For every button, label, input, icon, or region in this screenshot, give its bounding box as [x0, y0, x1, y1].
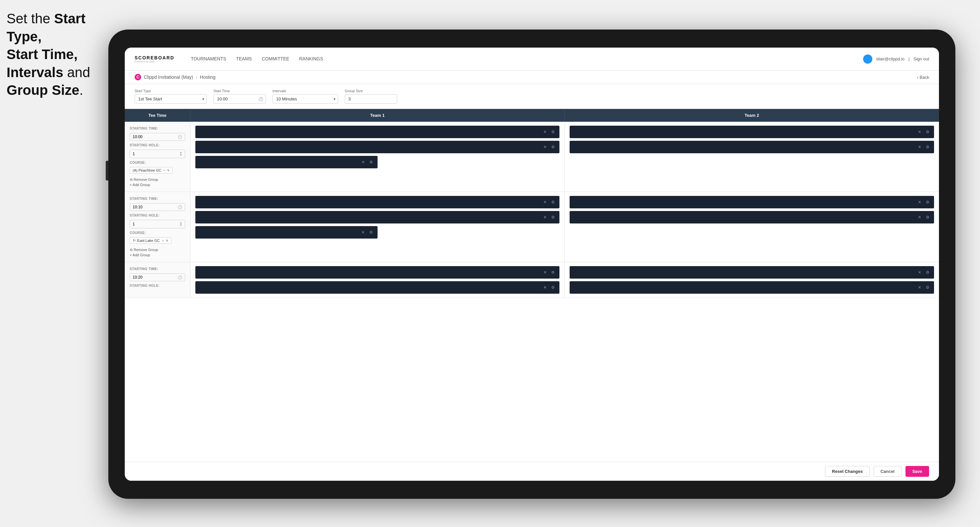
player-edit-btn-3-1[interactable]: ⚙ — [550, 199, 556, 205]
intervals-select[interactable]: 10 Minutes — [272, 94, 338, 104]
player-x-btn-1-1[interactable]: ✕ — [542, 129, 548, 135]
nav-committee[interactable]: COMMITTEE — [262, 54, 289, 63]
player-edit-btn-4-1[interactable]: ⚙ — [924, 199, 931, 205]
save-button[interactable]: Save — [905, 466, 929, 477]
time-icon-1: 🕐 — [178, 135, 182, 139]
course-remove-btn-2[interactable]: ✕ — [162, 239, 164, 243]
player-x-btn-3-1[interactable]: ✕ — [542, 199, 548, 205]
sign-out-link[interactable]: Sign out — [913, 56, 929, 61]
player-x-btn-4-2[interactable]: ✕ — [916, 214, 923, 220]
remove-group-btn-1[interactable]: ⊖ Remove Group — [130, 178, 185, 182]
player-row-5-1: ✕ ⚙ — [195, 266, 560, 279]
start-type-select[interactable]: 1st Tee Start — [135, 94, 207, 104]
header-team1: Team 1 — [191, 109, 565, 122]
nav-rankings[interactable]: RANKINGS — [299, 54, 323, 63]
clock-icon: 🕐 — [258, 97, 263, 102]
time-icon-3: 🕐 — [178, 275, 182, 279]
player-edit-btn-5-1[interactable]: ⚙ — [550, 270, 556, 275]
breadcrumb-tournament[interactable]: Clippd Invitational (May) — [144, 75, 193, 80]
player-controls-6-2: ✕ ⚙ — [916, 284, 931, 290]
course-tag-1[interactable]: (A) Peachtree GC ✕ ✎ — [130, 167, 173, 174]
player-x-btn-1-3[interactable]: ✕ — [360, 159, 366, 165]
player-edit-btn-2-2[interactable]: ⚙ — [924, 144, 931, 150]
player-x-btn-5-2[interactable]: ✕ — [542, 284, 548, 290]
player-x-btn-6-2[interactable]: ✕ — [916, 284, 923, 290]
starting-hole-field-1[interactable]: 1 ▲▼ — [130, 150, 185, 158]
player-edit-btn-6-1[interactable]: ⚙ — [924, 270, 931, 275]
nav-teams[interactable]: TEAMS — [236, 54, 252, 63]
player-edit-btn-2-1[interactable]: ⚙ — [924, 129, 931, 135]
course-edit-btn-1[interactable]: ✎ — [167, 169, 170, 172]
breadcrumb-separator: › — [196, 75, 197, 80]
course-edit-btn-2[interactable]: ✎ — [166, 239, 169, 243]
player-x-btn-1-2[interactable]: ✕ — [542, 144, 548, 150]
start-time-wrapper: 🕐 — [213, 94, 266, 104]
user-avatar — [863, 54, 872, 63]
course-remove-btn-1[interactable]: ✕ — [163, 169, 165, 172]
player-edit-btn-5-2[interactable]: ⚙ — [550, 284, 556, 290]
player-controls-1-3: ✕ ⚙ — [360, 159, 374, 165]
back-button[interactable]: ‹ Back — [917, 75, 929, 80]
team2-cell-2: ✕ ⚙ ✕ ⚙ — [565, 192, 939, 262]
annotation-line1: Set the Start Type, — [6, 11, 85, 44]
main-content: STARTING TIME: 10:00 🕐 STARTING HOLE: 1 … — [125, 122, 939, 462]
add-group-btn-2[interactable]: + Add Group — [130, 253, 185, 257]
table-header: Tee Time Team 1 Team 2 — [125, 109, 939, 122]
player-x-btn-5-1[interactable]: ✕ — [542, 270, 548, 275]
group-size-input[interactable] — [345, 94, 397, 104]
action-links-1: ⊖ Remove Group + Add Group — [130, 178, 185, 187]
player-x-btn-3-3[interactable]: ✕ — [360, 229, 366, 235]
cancel-button[interactable]: Cancel — [873, 466, 902, 477]
starting-time-field-3[interactable]: 10:20 🕐 — [130, 273, 185, 281]
player-controls-3-2: ✕ ⚙ — [542, 214, 556, 220]
time-icon-2: 🕐 — [178, 205, 182, 210]
player-x-btn-6-1[interactable]: ✕ — [916, 270, 923, 275]
course-field-2: 🏳 East Lake GC ✕ ✎ — [130, 237, 185, 244]
team2-cell-1: ✕ ⚙ ✕ ⚙ — [565, 122, 939, 192]
starting-time-label-2: STARTING TIME: — [130, 197, 185, 200]
player-x-btn-2-2[interactable]: ✕ — [916, 144, 923, 150]
player-x-btn-2-1[interactable]: ✕ — [916, 129, 923, 135]
starting-time-field-1[interactable]: 10:00 🕐 — [130, 133, 185, 141]
start-type-group: Start Type 1st Tee Start — [135, 89, 207, 104]
add-group-btn-1[interactable]: + Add Group — [130, 183, 185, 187]
annotation-bold4: Group Size — [6, 83, 80, 98]
player-x-btn-4-1[interactable]: ✕ — [916, 199, 923, 205]
header-team2: Team 2 — [565, 109, 939, 122]
annotation-bold1: Start Type, — [6, 11, 85, 44]
starting-time-field-2[interactable]: 10:10 🕐 — [130, 203, 185, 211]
remove-group-btn-2[interactable]: ⊖ Remove Group — [130, 248, 185, 252]
starting-time-label-3: STARTING TIME: — [130, 267, 185, 271]
starting-time-value-wrapper-3: 10:20 🕐 — [130, 273, 185, 281]
nav-tournaments[interactable]: TOURNAMENTS — [191, 54, 226, 63]
hole-stepper-2[interactable]: ▲▼ — [180, 222, 182, 227]
player-row-3-3: ✕ ⚙ — [195, 226, 377, 238]
logo-text: SCOREBOARD — [135, 55, 174, 60]
starting-time-label-1: STARTING TIME: — [130, 127, 185, 130]
starting-hole-field-2[interactable]: 1 ▲▼ — [130, 220, 185, 229]
reset-changes-button[interactable]: Reset Changes — [825, 466, 870, 477]
player-edit-btn-1-3[interactable]: ⚙ — [368, 159, 374, 165]
player-row-2-2: ✕ ⚙ — [570, 141, 934, 153]
player-x-btn-3-2[interactable]: ✕ — [542, 214, 548, 220]
annotation-bold2: Start Time, — [6, 47, 78, 62]
player-row-3-1: ✕ ⚙ — [195, 196, 560, 208]
settings-bar: Start Type 1st Tee Start Start Time 🕐 In… — [125, 84, 939, 109]
player-edit-btn-3-3[interactable]: ⚙ — [368, 229, 374, 235]
tee-time-cell-1: STARTING TIME: 10:00 🕐 STARTING HOLE: 1 … — [125, 122, 191, 192]
player-edit-btn-1-2[interactable]: ⚙ — [550, 144, 556, 150]
course-tag-2[interactable]: 🏳 East Lake GC ✕ ✎ — [130, 237, 171, 244]
starting-hole-label-2: STARTING HOLE: — [130, 214, 185, 217]
hole-stepper-1[interactable]: ▲▼ — [180, 151, 182, 157]
navbar-left: SCOREBOARD Powered by clipp TOURNAMENTS … — [135, 54, 323, 63]
player-controls-2-1: ✕ ⚙ — [916, 129, 931, 135]
team1-cell-2: ✕ ⚙ ✕ ⚙ ✕ ⚙ — [191, 192, 565, 262]
intervals-group: Intervals 10 Minutes — [272, 89, 338, 104]
tee-time-cell-3: STARTING TIME: 10:20 🕐 STARTING HOLE: — [125, 262, 191, 298]
start-time-input[interactable] — [213, 94, 266, 104]
player-edit-btn-3-2[interactable]: ⚙ — [550, 214, 556, 220]
player-edit-btn-1-1[interactable]: ⚙ — [550, 129, 556, 135]
player-edit-btn-4-2[interactable]: ⚙ — [924, 214, 931, 220]
player-edit-btn-6-2[interactable]: ⚙ — [924, 284, 931, 290]
starting-hole-label-3: STARTING HOLE: — [130, 284, 185, 287]
